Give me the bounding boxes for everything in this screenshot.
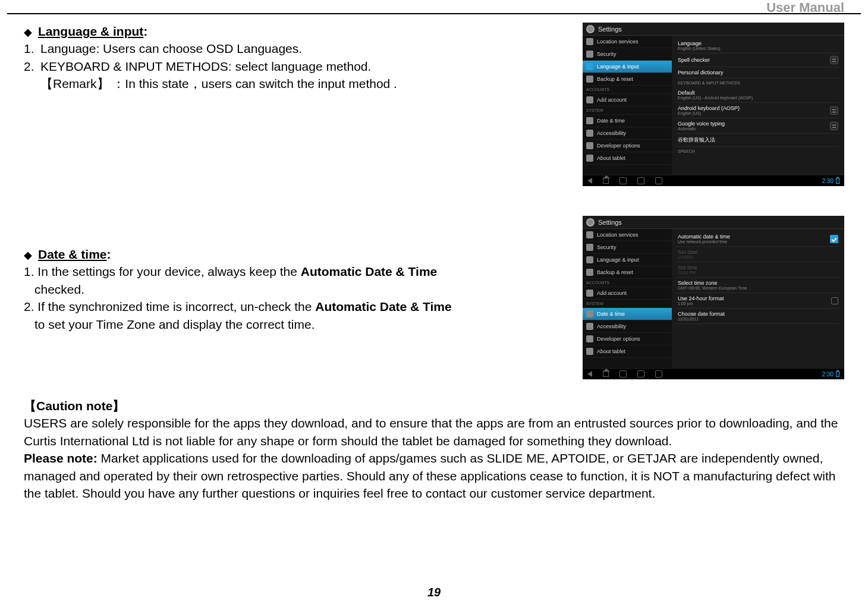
nav-voldown-icon[interactable] bbox=[637, 370, 644, 378]
diamond-bullet-icon: ◆ bbox=[24, 26, 32, 38]
location-icon bbox=[586, 38, 593, 45]
nav-back-icon[interactable] bbox=[587, 371, 592, 377]
sec1-item2: KEYBOARD & INPUT METHODS: select languag… bbox=[40, 59, 371, 73]
gear-icon bbox=[586, 25, 595, 33]
clock-icon bbox=[586, 310, 593, 317]
row-language[interactable]: LanguageEnglish (United States) bbox=[677, 38, 839, 54]
status-time: 2:30 bbox=[822, 371, 834, 378]
nav-home-icon[interactable] bbox=[603, 178, 609, 184]
sec1-item1: Language: Users can choose OSD Languages… bbox=[40, 42, 302, 55]
info-icon bbox=[586, 155, 593, 162]
sidebar-item-about[interactable]: About tablet bbox=[583, 345, 672, 358]
caution-p2: Please note: Market applications used fo… bbox=[24, 449, 844, 502]
sidebar-item-location[interactable]: Location services bbox=[583, 36, 672, 48]
gear-icon bbox=[586, 218, 595, 227]
sidebar-item-language[interactable]: Language & input bbox=[583, 254, 672, 266]
cat-keyboard: KEYBOARD & INPUT METHODS bbox=[677, 78, 839, 87]
sec2-item2: 2. If the synchronized time is incorrect… bbox=[24, 298, 571, 315]
location-icon bbox=[586, 231, 593, 238]
sidebar-item-backup[interactable]: Backup & reset bbox=[583, 266, 672, 279]
settings-sidebar: Location services Security Language & in… bbox=[583, 36, 672, 175]
nav-home-icon[interactable] bbox=[603, 371, 609, 377]
hand-icon bbox=[586, 323, 593, 330]
row-google-pinyin[interactable]: 谷歌拼音输入法 bbox=[677, 134, 839, 147]
nav-bar: 2:30 bbox=[583, 368, 844, 379]
backup-icon bbox=[586, 76, 593, 83]
checkbox-unchecked-icon[interactable] bbox=[831, 297, 838, 304]
nav-recents-icon[interactable] bbox=[619, 370, 627, 378]
hand-icon bbox=[586, 130, 593, 137]
diamond-bullet-icon: ◆ bbox=[24, 249, 32, 261]
nav-voldown-icon[interactable] bbox=[637, 177, 644, 184]
settings-title: Settings bbox=[598, 219, 622, 226]
sidebar-item-language[interactable]: Language & input bbox=[583, 61, 672, 73]
tune-icon[interactable] bbox=[830, 106, 838, 115]
sidebar-cat-system: SYSTEM bbox=[583, 300, 672, 308]
sidebar-item-datetime[interactable]: Date & time bbox=[583, 308, 672, 320]
header-right: User Manual bbox=[766, 0, 844, 15]
remark-label: 【Remark】 ： bbox=[40, 77, 125, 90]
info-icon bbox=[586, 348, 593, 355]
language-panel: LanguageEnglish (United States) Spell ch… bbox=[672, 36, 844, 175]
lock-icon bbox=[586, 244, 593, 251]
settings-title: Settings bbox=[598, 26, 622, 33]
sidebar-item-datetime[interactable]: Date & time bbox=[583, 115, 672, 127]
row-set-date: Set date1/1/2011 bbox=[677, 247, 839, 262]
row-24hour[interactable]: Use 24-hour format1:00 pm bbox=[677, 293, 839, 309]
battery-icon bbox=[836, 371, 839, 377]
sidebar-item-add-account[interactable]: Add account bbox=[583, 287, 672, 300]
row-google-voice[interactable]: Google voice typingAutomatic bbox=[677, 118, 839, 134]
sidebar-item-developer[interactable]: Developer options bbox=[583, 333, 672, 345]
row-android-keyboard[interactable]: Android keyboard (AOSP)English (US) bbox=[677, 103, 839, 118]
section-1-heading: ◆Language & input: bbox=[24, 23, 571, 40]
row-automatic-datetime[interactable]: Automatic date & timeUse network-provide… bbox=[677, 231, 839, 247]
nav-bar: 2:30 bbox=[583, 175, 844, 186]
clock-icon bbox=[586, 117, 593, 124]
sidebar-cat-accounts: ACCOUNTS bbox=[583, 279, 672, 287]
caution-p1: USERS are solely responsible for the app… bbox=[24, 414, 844, 449]
backup-icon bbox=[586, 269, 593, 276]
sidebar-cat-system: SYSTEM bbox=[583, 106, 672, 115]
row-time-zone[interactable]: Select time zoneGMT+00:00, Western Europ… bbox=[677, 278, 839, 293]
row-default-ime[interactable]: DefaultEnglish (US) - Android keyboard (… bbox=[677, 87, 839, 103]
braces-icon bbox=[586, 335, 593, 342]
nav-volup-icon[interactable] bbox=[655, 177, 662, 184]
sidebar-item-backup[interactable]: Backup & reset bbox=[583, 73, 672, 86]
sidebar-item-security[interactable]: Security bbox=[583, 48, 672, 61]
tune-icon[interactable] bbox=[830, 56, 838, 64]
cat-speech: SPEECH bbox=[677, 147, 839, 156]
tune-icon[interactable] bbox=[830, 122, 838, 130]
remark-text: In this state，users can switch the input… bbox=[125, 77, 397, 90]
datetime-panel: Automatic date & timeUse network-provide… bbox=[672, 229, 844, 368]
sidebar-item-accessibility[interactable]: Accessibility bbox=[583, 127, 672, 140]
header-rule bbox=[7, 13, 861, 14]
row-date-format[interactable]: Choose date format12/31/2011 bbox=[677, 309, 839, 324]
battery-icon bbox=[836, 178, 839, 184]
plus-icon bbox=[586, 290, 593, 297]
sidebar-item-developer[interactable]: Developer options bbox=[583, 140, 672, 152]
sec2-item1: 1. In the settings for your device, alwa… bbox=[24, 263, 571, 280]
settings-sidebar: Location services Security Language & in… bbox=[583, 229, 672, 368]
sidebar-item-location[interactable]: Location services bbox=[583, 229, 672, 241]
page-number: 19 bbox=[0, 586, 868, 599]
sidebar-cat-accounts: ACCOUNTS bbox=[583, 86, 672, 94]
nav-recents-icon[interactable] bbox=[619, 177, 627, 184]
row-personal-dictionary[interactable]: Personal dictionary bbox=[677, 67, 839, 78]
screenshot-language-input: Settings Location services Security Lang… bbox=[583, 23, 844, 186]
screenshot-date-time: Settings Location services Security Lang… bbox=[583, 216, 844, 379]
sidebar-item-about[interactable]: About tablet bbox=[583, 152, 672, 165]
sidebar-item-add-account[interactable]: Add account bbox=[583, 94, 672, 106]
braces-icon bbox=[586, 142, 593, 149]
nav-volup-icon[interactable] bbox=[655, 370, 662, 378]
row-spell-checker[interactable]: Spell checker bbox=[677, 54, 839, 67]
language-icon bbox=[586, 63, 593, 70]
checkbox-checked-icon[interactable] bbox=[830, 235, 838, 243]
nav-back-icon[interactable] bbox=[587, 178, 592, 184]
section-2-heading: ◆Date & time: bbox=[24, 246, 571, 263]
sidebar-item-security[interactable]: Security bbox=[583, 241, 672, 254]
language-icon bbox=[586, 256, 593, 263]
sidebar-item-accessibility[interactable]: Accessibility bbox=[583, 320, 672, 333]
row-set-time: Set time12:02 PM bbox=[677, 262, 839, 278]
status-time: 2:30 bbox=[822, 178, 834, 184]
plus-icon bbox=[586, 96, 593, 103]
